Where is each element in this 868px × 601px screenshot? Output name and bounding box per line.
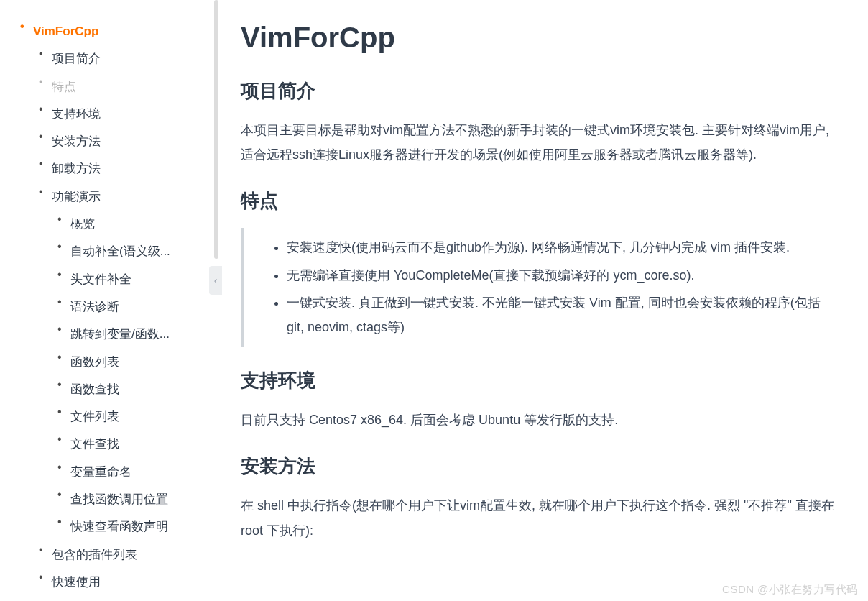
toc-item-vimforcpp[interactable]: VimForCpp 项目简介 特点 支持环境 安装方法 卸载方法 功能演示 概览… [14, 20, 205, 601]
toc-item-intro[interactable]: 项目简介 [33, 47, 205, 70]
toc-item-jump[interactable]: 跳转到变量/函数... [52, 323, 205, 346]
toc-link[interactable]: 支持环境 [52, 103, 101, 126]
toc-link[interactable]: 文件查找 [70, 433, 119, 456]
feature-item: 安装速度快(使用码云而不是github作为源). 网络畅通情况下, 几分钟内完成… [287, 235, 839, 260]
toc-item-env[interactable]: 支持环境 [33, 103, 205, 126]
heading-feature: 特点 [241, 188, 839, 214]
toc-link[interactable]: 自动补全(语义级... [70, 240, 170, 263]
toc-link[interactable]: 语法诊断 [70, 295, 119, 318]
toc-root: VimForCpp 项目简介 特点 支持环境 安装方法 卸载方法 功能演示 概览… [14, 20, 205, 601]
sidebar-collapse-button[interactable]: ‹ [209, 266, 222, 295]
main-content: VimForCpp 项目简介 本项目主要目标是帮助对vim配置方法不熟悉的新手封… [212, 0, 868, 601]
toc-link[interactable]: 快速使用 [52, 571, 101, 594]
toc-item-syntax[interactable]: 语法诊断 [52, 295, 205, 318]
toc-link[interactable]: VimForCpp [33, 20, 98, 43]
feature-item: 无需编译直接使用 YouCompleteMe(直接下载预编译好的 ycm_cor… [287, 263, 839, 288]
scrollbar-track[interactable] [214, 0, 218, 259]
toc-link[interactable]: 窗口(a) [70, 598, 110, 601]
toc-link[interactable]: 包含的插件列表 [52, 543, 137, 566]
heading-env: 支持环境 [241, 368, 839, 393]
toc-item-install[interactable]: 安装方法 [33, 130, 205, 153]
sidebar-divider: ‹ [214, 0, 218, 601]
toc-item-uninstall[interactable]: 卸载方法 [33, 157, 205, 180]
toc-link[interactable]: 特点 [52, 75, 76, 98]
feature-item: 一键式安装. 真正做到一键式安装. 不光能一键式安装 Vim 配置, 同时也会安… [287, 290, 839, 339]
toc-link[interactable]: 跳转到变量/函数... [70, 323, 170, 346]
intro-paragraph: 本项目主要目标是帮助对vim配置方法不熟悉的新手封装的一键式vim环境安装包. … [241, 118, 839, 167]
toc-link[interactable]: 变量重命名 [70, 461, 131, 484]
toc-link[interactable]: 函数列表 [70, 351, 119, 374]
toc-item-plugins[interactable]: 包含的插件列表 [33, 543, 205, 566]
toc-item-demo[interactable]: 功能演示 概览 自动补全(语义级... 头文件补全 语法诊断 跳转到变量/函数.… [33, 185, 205, 539]
toc-item-autocomplete[interactable]: 自动补全(语义级... [52, 240, 205, 263]
toc-item-rename[interactable]: 变量重命名 [52, 461, 205, 484]
toc-item-feature[interactable]: 特点 [33, 75, 205, 98]
toc-item-header-complete[interactable]: 头文件补全 [52, 268, 205, 291]
toc-item-filefind[interactable]: 文件查找 [52, 433, 205, 456]
toc-link[interactable]: 项目简介 [52, 47, 101, 70]
feature-list: 安装速度快(使用码云而不是github作为源). 网络畅通情况下, 几分钟内完成… [246, 235, 839, 339]
toc-item-funcdecl[interactable]: 快速查看函数声明 [52, 515, 205, 538]
toc-link[interactable]: 函数查找 [70, 378, 119, 401]
toc-item-funclist[interactable]: 函数列表 [52, 351, 205, 374]
page-title: VimForCpp [241, 22, 839, 54]
toc-link[interactable]: 文件列表 [70, 405, 119, 428]
env-paragraph: 目前只支持 Centos7 x86_64. 后面会考虑 Ubuntu 等发行版的… [241, 408, 839, 432]
toc-item-quickuse[interactable]: 快速使用 窗口(a) [33, 571, 205, 601]
heading-install: 安装方法 [241, 454, 839, 479]
install-paragraph: 在 shell 中执行指令(想在哪个用户下让vim配置生效, 就在哪个用户下执行… [241, 493, 839, 542]
toc-link[interactable]: 头文件补全 [70, 268, 131, 291]
toc-item-window-a[interactable]: 窗口(a) [52, 598, 205, 601]
toc-item-funcfind[interactable]: 函数查找 [52, 378, 205, 401]
toc-link[interactable]: 查找函数调用位置 [70, 488, 168, 511]
toc-sidebar: VimForCpp 项目简介 特点 支持环境 安装方法 卸载方法 功能演示 概览… [0, 0, 212, 601]
toc-item-overview[interactable]: 概览 [52, 213, 205, 236]
toc-link[interactable]: 安装方法 [52, 130, 101, 153]
toc-link[interactable]: 功能演示 [52, 185, 101, 208]
toc-item-filelist[interactable]: 文件列表 [52, 405, 205, 428]
feature-block: 安装速度快(使用码云而不是github作为源). 网络畅通情况下, 几分钟内完成… [241, 228, 839, 347]
toc-link[interactable]: 概览 [70, 213, 95, 236]
toc-link[interactable]: 快速查看函数声明 [70, 515, 168, 538]
chevron-left-icon: ‹ [214, 275, 218, 286]
toc-link[interactable]: 卸载方法 [52, 157, 101, 180]
heading-intro: 项目简介 [241, 78, 839, 104]
toc-item-funccall[interactable]: 查找函数调用位置 [52, 488, 205, 511]
